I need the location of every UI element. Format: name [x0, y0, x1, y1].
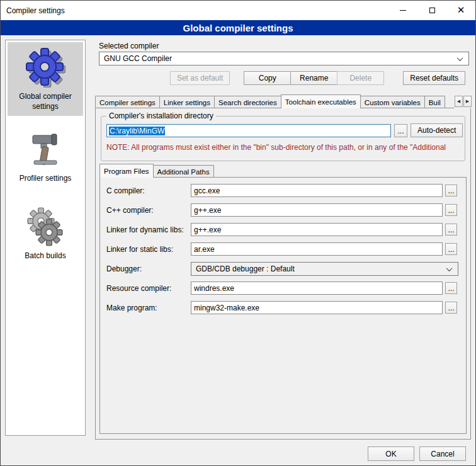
tab-custom-variables[interactable]: Custom variables	[360, 96, 425, 108]
field-row-dynamic-linker: Linker for dynamic libs: ...	[100, 223, 466, 237]
auto-detect-button[interactable]: Auto-detect	[411, 123, 463, 137]
page-title: Global compiler settings	[1, 20, 475, 35]
installation-directory-group-title: Compiler's installation directory	[106, 111, 216, 120]
installation-directory-browse-button[interactable]: ...	[394, 124, 407, 137]
resource-compiler-input[interactable]	[191, 281, 443, 295]
settings-sidebar: Global compiler settings Profiler settin…	[5, 40, 86, 436]
maximize-button[interactable]	[417, 1, 446, 20]
tab-program-files[interactable]: Program Files	[99, 164, 154, 178]
selected-compiler-label: Selected compiler	[99, 42, 159, 50]
settings-tabstrip: Compiler settings Linker settings Search…	[95, 94, 472, 108]
tab-additional-paths[interactable]: Additional Paths	[153, 165, 214, 178]
close-button[interactable]: ✕	[446, 1, 475, 20]
copy-button[interactable]: Copy	[244, 71, 291, 85]
tab-compiler-settings[interactable]: Compiler settings	[95, 96, 160, 108]
field-row-static-linker: Linker for static libs: ...	[100, 242, 466, 256]
delete-button[interactable]: Delete	[337, 71, 384, 85]
dialog-content: Global compiler settings Profiler settin…	[1, 35, 475, 465]
c-compiler-label: C compiler:	[106, 186, 145, 195]
cpp-compiler-input[interactable]	[191, 203, 443, 217]
dynamic-linker-browse-button[interactable]: ...	[445, 224, 457, 236]
titlebar[interactable]: Compiler settings ✕	[1, 1, 475, 20]
sidebar-item-global-compiler-settings[interactable]: Global compiler settings	[8, 42, 83, 116]
installation-directory-value: C:\raylib\MinGW	[109, 127, 165, 135]
installation-directory-group: Compiler's installation directory C:\ray…	[101, 116, 465, 161]
selected-compiler-dropdown[interactable]: GNU GCC Compiler	[99, 52, 469, 65]
cpp-compiler-label: C++ compiler:	[106, 206, 154, 215]
make-program-browse-button[interactable]: ...	[445, 302, 457, 314]
field-row-cpp-compiler: C++ compiler: ...	[100, 203, 466, 217]
selected-compiler-value: GNU GCC Compiler	[104, 54, 172, 63]
rename-button[interactable]: Rename	[290, 71, 337, 85]
sidebar-item-label: Profiler settings	[20, 174, 72, 184]
batch-gears-icon	[25, 207, 65, 247]
program-files-panel: C compiler: ... C++ compiler: ... Linker…	[99, 177, 467, 434]
close-icon: ✕	[457, 6, 465, 15]
tab-scroll-right-icon[interactable]: ▶	[463, 96, 472, 107]
maximize-icon	[429, 8, 435, 13]
tab-toolchain-executables[interactable]: Toolchain executables	[281, 94, 361, 108]
debugger-label: Debugger:	[106, 264, 142, 273]
sidebar-item-profiler-settings[interactable]: Profiler settings	[8, 124, 83, 188]
program-files-tabstrip: Program Files Additional Paths	[99, 164, 467, 178]
window-title: Compiler settings	[6, 6, 388, 15]
sidebar-item-label: Global compiler settings	[9, 92, 82, 111]
installation-directory-input[interactable]: C:\raylib\MinGW	[106, 124, 391, 137]
c-compiler-browse-button[interactable]: ...	[445, 185, 457, 196]
debugger-select[interactable]: GDB/CDB debugger : Default	[191, 262, 458, 276]
reset-defaults-button[interactable]: Reset defaults	[403, 71, 465, 85]
sidebar-item-batch-builds[interactable]: Batch builds	[8, 202, 83, 266]
static-linker-browse-button[interactable]: ...	[445, 243, 457, 255]
cancel-button[interactable]: Cancel	[419, 446, 466, 461]
resource-compiler-label: Resource compiler:	[106, 284, 171, 293]
field-row-debugger: Debugger: GDB/CDB debugger : Default	[100, 262, 466, 276]
minimize-button[interactable]	[388, 1, 417, 20]
toolchain-executables-panel: Compiler's installation directory C:\ray…	[95, 108, 471, 440]
cpp-compiler-browse-button[interactable]: ...	[445, 204, 457, 216]
dynamic-linker-input[interactable]	[191, 223, 443, 236]
minimize-icon	[400, 10, 406, 11]
profiler-tool-icon	[25, 129, 65, 169]
make-program-input[interactable]	[191, 301, 443, 314]
field-row-resource-compiler: Resource compiler: ...	[100, 281, 466, 295]
field-row-make-program: Make program: ...	[100, 301, 466, 315]
static-linker-label: Linker for static libs:	[106, 245, 173, 254]
field-row-c-compiler: C compiler: ...	[100, 184, 466, 198]
debugger-value: GDB/CDB debugger : Default	[196, 264, 295, 273]
set-as-default-button[interactable]: Set as default	[170, 71, 230, 85]
main-panel: Selected compiler GNU GCC Compiler Set a…	[95, 35, 472, 466]
dynamic-linker-label: Linker for dynamic libs:	[106, 225, 184, 234]
tab-linker-settings[interactable]: Linker settings	[159, 96, 215, 108]
compiler-settings-dialog: Compiler settings ✕ Global compiler sett…	[0, 0, 476, 466]
ok-button[interactable]: OK	[368, 446, 414, 461]
tab-scroll-left-icon[interactable]: ◀	[455, 96, 463, 107]
compiler-actions: Set as default Copy Rename Delete Reset …	[170, 71, 465, 85]
gear-icon	[25, 47, 65, 88]
installation-note: NOTE: All programs must exist either in …	[106, 143, 465, 152]
static-linker-input[interactable]	[191, 242, 443, 256]
make-program-label: Make program:	[106, 304, 157, 312]
tab-search-directories[interactable]: Search directories	[214, 96, 281, 108]
chevron-down-icon	[446, 265, 453, 271]
resource-compiler-browse-button[interactable]: ...	[445, 282, 457, 294]
sidebar-item-label: Batch builds	[25, 251, 65, 261]
chevron-down-icon	[457, 55, 463, 61]
tab-build-truncated[interactable]: Buil	[424, 96, 445, 108]
tab-scroll-controls: ◀ ▶	[454, 96, 472, 108]
c-compiler-input[interactable]	[191, 184, 443, 197]
